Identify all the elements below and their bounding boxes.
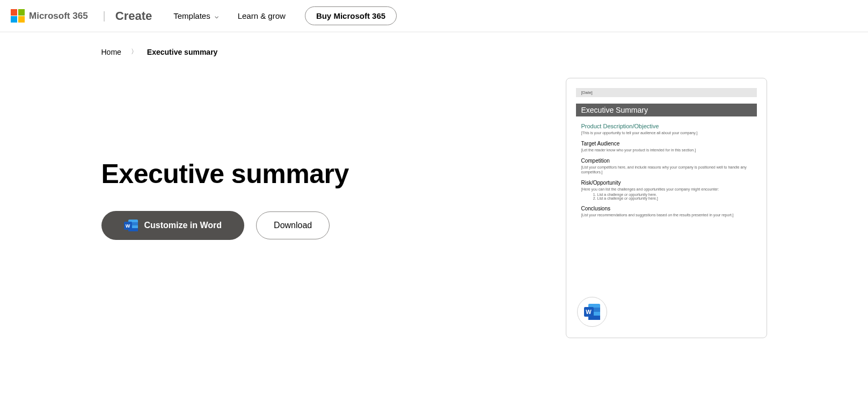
preview-section-product-p: [This is your opportunity to tell your a… <box>581 130 752 135</box>
breadcrumb-home[interactable]: Home <box>101 48 121 56</box>
microsoft-logo-text: Microsoft 365 <box>29 11 88 21</box>
preview-date: [Date] <box>576 88 757 97</box>
preview-section-competition-h: Competition <box>581 158 752 164</box>
main-nav: Templates ⌵ Learn & grow Buy Microsoft 3… <box>173 6 397 25</box>
document-preview: [Date] Executive Summary Product Descrip… <box>576 88 757 218</box>
preview-section-conclusions-h: Conclusions <box>581 206 752 211</box>
preview-section-conclusions-p: [List your recommendations and suggestio… <box>581 213 752 217</box>
preview-body: Product Description/Objective [This is y… <box>576 116 757 218</box>
preview-risk-list: List a challenge or opportunity here. Li… <box>597 193 752 200</box>
microsoft-logo-icon <box>11 9 25 23</box>
preview-section-audience-h: Target Audience <box>581 141 752 147</box>
create-link[interactable]: Create <box>115 9 152 23</box>
breadcrumb-current: Executive summary <box>147 48 218 56</box>
preview-title: Executive Summary <box>576 104 757 116</box>
buy-button[interactable]: Buy Microsoft 365 <box>305 6 397 25</box>
header-divider: | <box>103 10 106 22</box>
page-title: Executive summary <box>101 158 534 189</box>
download-button[interactable]: Download <box>256 211 330 239</box>
action-buttons: W Customize in Word Download <box>101 211 534 240</box>
customize-in-word-button[interactable]: W Customize in Word <box>101 211 245 240</box>
preview-section-risk-p: [Here you can list the challenges and op… <box>581 187 752 192</box>
preview-section-risk-h: Risk/Opportunity <box>581 180 752 186</box>
preview-section-competition-p: [List your competitors here, and include… <box>581 165 752 174</box>
content-left: Executive summary W Customize in Word Do… <box>101 78 534 240</box>
chevron-right-icon: 〉 <box>131 47 137 56</box>
nav-templates-label: Templates <box>173 11 210 20</box>
template-preview-card[interactable]: [Date] Executive Summary Product Descrip… <box>566 78 767 338</box>
preview-risk-item: List a challenge or opportunity here. <box>597 193 752 196</box>
content-row: Executive summary W Customize in Word Do… <box>101 78 767 338</box>
main-content: Home 〉 Executive summary Executive summa… <box>91 32 778 338</box>
nav-learn[interactable]: Learn & grow <box>238 11 286 20</box>
preview-risk-item: List a challenge or opportunity here.] <box>597 196 752 200</box>
breadcrumb: Home 〉 Executive summary <box>101 32 767 62</box>
microsoft-logo[interactable]: Microsoft 365 <box>5 9 93 23</box>
word-icon: W <box>584 304 600 320</box>
nav-templates[interactable]: Templates ⌵ <box>173 11 218 20</box>
preview-section-product-h: Product Description/Objective <box>581 123 752 129</box>
customize-button-label: Customize in Word <box>144 221 222 230</box>
word-app-badge: W <box>577 297 607 327</box>
site-header: Microsoft 365 | Create Templates ⌵ Learn… <box>0 0 868 32</box>
chevron-down-icon: ⌵ <box>215 12 218 20</box>
word-icon: W <box>124 220 138 231</box>
preview-section-audience-p: [Let the reader know who your product is… <box>581 148 752 152</box>
